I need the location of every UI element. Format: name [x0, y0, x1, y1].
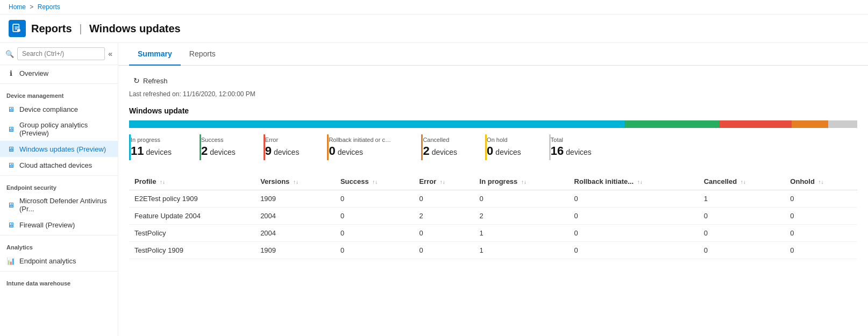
sort-icon: ↑↓	[818, 179, 823, 185]
bar-cancelled	[792, 120, 828, 128]
stat-label: Success	[201, 137, 236, 143]
stat-total[interactable]: Total 16 devices	[549, 134, 607, 160]
stats-row: In progress 11 devices Success 2 devices…	[129, 134, 857, 160]
sidebar-divider-4	[0, 271, 118, 271]
stat-cancelled[interactable]: Cancelled 2 devices	[421, 134, 472, 160]
cell-success: 0	[335, 225, 414, 242]
sidebar-section-endpoint-security: Endpoint security	[0, 178, 118, 193]
cell-profile: TestPolicy 1909	[129, 242, 255, 259]
cell-in_progress: 1	[474, 225, 569, 242]
table-row: TestPolicy 19091909001000	[129, 242, 857, 259]
bar-error	[719, 120, 792, 128]
sidebar-item-endpoint-analytics[interactable]: 📊 Endpoint analytics	[0, 253, 118, 269]
cell-error: 2	[414, 208, 474, 225]
windows-update-section-title: Windows update	[129, 106, 857, 115]
sort-icon: ↑↓	[741, 179, 746, 185]
content-area: ↻ Refresh Last refreshed on: 11/16/2020,…	[118, 66, 868, 268]
info-icon: ℹ	[6, 69, 15, 77]
sidebar-section-analytics: Analytics	[0, 238, 118, 253]
col-versions[interactable]: Versions ↑↓	[255, 173, 335, 190]
sidebar-item-label: Device compliance	[19, 105, 78, 113]
table-row: TestPolicy2004001000	[129, 225, 857, 242]
table-row: E2ETest policy 19091909000010	[129, 190, 857, 208]
cell-profile: TestPolicy	[129, 225, 255, 242]
cell-profile: E2ETest policy 1909	[129, 190, 255, 208]
cell-versions: 2004	[255, 208, 335, 225]
breadcrumb-home[interactable]: Home	[9, 3, 26, 11]
page-title-text: Reports | Windows updates	[31, 23, 181, 35]
cell-versions: 2004	[255, 225, 335, 242]
table-body: E2ETest policy 19091909000010Feature Upd…	[129, 190, 857, 259]
refresh-icon: ↻	[133, 76, 140, 85]
col-error[interactable]: Error ↑↓	[414, 173, 474, 190]
sidebar-divider-3	[0, 235, 118, 235]
refresh-button[interactable]: ↻ Refresh	[129, 74, 172, 87]
col-cancelled[interactable]: Cancelled ↑↓	[699, 173, 785, 190]
sidebar-item-label: Group policy analytics (Preview)	[19, 121, 111, 137]
sidebar-item-label: Microsoft Defender Antivirus (Pr...	[19, 197, 111, 213]
tab-reports[interactable]: Reports	[181, 43, 224, 66]
tab-summary[interactable]: Summary	[129, 43, 181, 66]
sidebar-item-group-policy[interactable]: 🖥 Group policy analytics (Preview)	[0, 117, 118, 141]
cell-versions: 1909	[255, 242, 335, 259]
sidebar-item-microsoft-defender[interactable]: 🖥 Microsoft Defender Antivirus (Pr...	[0, 193, 118, 217]
cell-success: 0	[335, 208, 414, 225]
sidebar-item-overview[interactable]: ℹ Overview	[0, 65, 118, 81]
breadcrumb: Home > Reports	[0, 0, 868, 15]
col-rollback[interactable]: Rollback initiate... ↑↓	[569, 173, 699, 190]
sort-icon: ↑↓	[293, 179, 298, 185]
sidebar-section-intune: Intune data warehouse	[0, 274, 118, 289]
breadcrumb-reports[interactable]: Reports	[38, 3, 60, 11]
stat-label: Total	[551, 137, 592, 143]
stat-success[interactable]: Success 2 devices	[200, 134, 251, 160]
stat-label: On hold	[487, 137, 521, 143]
stat-error[interactable]: Error 9 devices	[264, 134, 315, 160]
device-icon: 🖥	[6, 105, 15, 113]
stat-value: 0 devices	[487, 144, 521, 158]
sidebar-item-label: Firewall (Preview)	[19, 221, 75, 229]
main-content: Summary Reports ↻ Refresh Last refreshed…	[118, 43, 868, 336]
bar-success	[624, 120, 719, 128]
cell-cancelled: 1	[699, 190, 785, 208]
sidebar-item-label: Cloud attached devices	[19, 161, 92, 169]
cell-onhold: 0	[785, 208, 857, 225]
bar-in-progress	[129, 120, 624, 128]
cell-error: 0	[414, 242, 474, 259]
stat-rollback[interactable]: Rollback initiated or comp... 0 devices	[327, 134, 408, 160]
cell-cancelled: 0	[699, 208, 785, 225]
page-title-bar: Reports | Windows updates	[0, 15, 868, 43]
table-row: Feature Update 20042004022000	[129, 208, 857, 225]
firewall-icon: 🖥	[6, 220, 15, 229]
cell-onhold: 0	[785, 190, 857, 208]
stat-label: In progress	[131, 137, 172, 143]
col-profile[interactable]: Profile ↑↓	[129, 173, 255, 190]
update-progress-bar	[129, 120, 857, 128]
page-title-icon	[9, 20, 26, 37]
policy-icon: 🖥	[6, 125, 15, 133]
cell-rollback: 0	[569, 190, 699, 208]
cell-onhold: 0	[785, 225, 857, 242]
stat-in-progress[interactable]: In progress 11 devices	[129, 134, 187, 160]
sidebar-item-windows-updates[interactable]: 🖥 Windows updates (Preview)	[0, 141, 118, 157]
stat-label: Cancelled	[423, 137, 457, 143]
col-success[interactable]: Success ↑↓	[335, 173, 414, 190]
sidebar-item-label: Endpoint analytics	[19, 257, 76, 265]
col-onhold[interactable]: Onhold ↑↓	[785, 173, 857, 190]
cell-error: 0	[414, 225, 474, 242]
svg-rect-1	[17, 29, 20, 32]
cloud-icon: 🖥	[6, 161, 15, 169]
sort-icon: ↑↓	[637, 179, 643, 185]
stat-value: 2 devices	[423, 144, 457, 158]
sidebar-section-device-management: Device management	[0, 86, 118, 101]
stat-value: 0 devices	[329, 144, 393, 158]
sidebar-item-device-compliance[interactable]: 🖥 Device compliance	[0, 101, 118, 117]
refresh-row: ↻ Refresh	[129, 74, 857, 87]
sidebar-item-cloud-attached[interactable]: 🖥 Cloud attached devices	[0, 157, 118, 173]
sidebar-search-container: 🔍 «	[0, 43, 118, 65]
sidebar-item-firewall[interactable]: 🖥 Firewall (Preview)	[0, 217, 118, 233]
search-input[interactable]	[17, 47, 105, 60]
sidebar-item-label: Windows updates (Preview)	[19, 145, 106, 153]
col-in-progress[interactable]: In progress ↑↓	[474, 173, 569, 190]
stat-onhold[interactable]: On hold 0 devices	[485, 134, 536, 160]
sidebar-collapse-button[interactable]: «	[108, 49, 112, 58]
